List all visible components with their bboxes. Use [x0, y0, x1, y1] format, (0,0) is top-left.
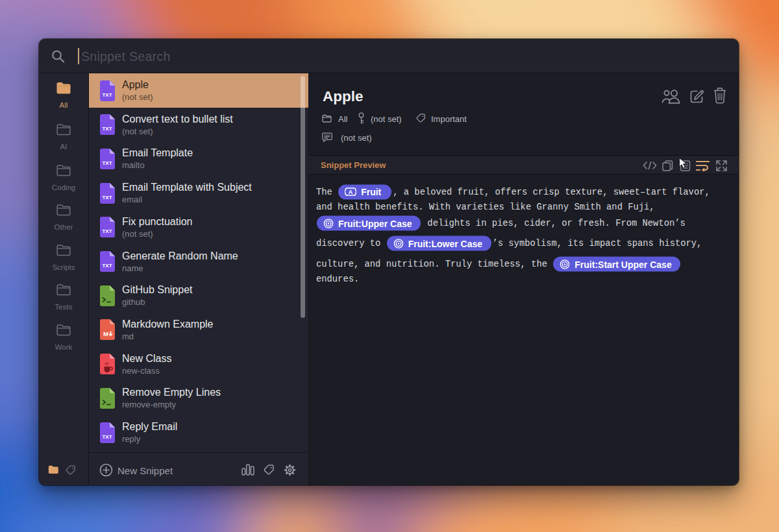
svg-text:TXT: TXT: [102, 126, 112, 132]
svg-text:M: M: [103, 330, 108, 337]
svg-text:TXT: TXT: [102, 195, 112, 200]
svg-text:A: A: [349, 189, 353, 195]
svg-text:TXT: TXT: [102, 263, 112, 269]
svg-text:TXT: TXT: [102, 434, 112, 440]
svg-text:TXT: TXT: [102, 228, 112, 234]
svg-text:TXT: TXT: [102, 92, 112, 98]
svg-text:TXT: TXT: [102, 160, 112, 166]
